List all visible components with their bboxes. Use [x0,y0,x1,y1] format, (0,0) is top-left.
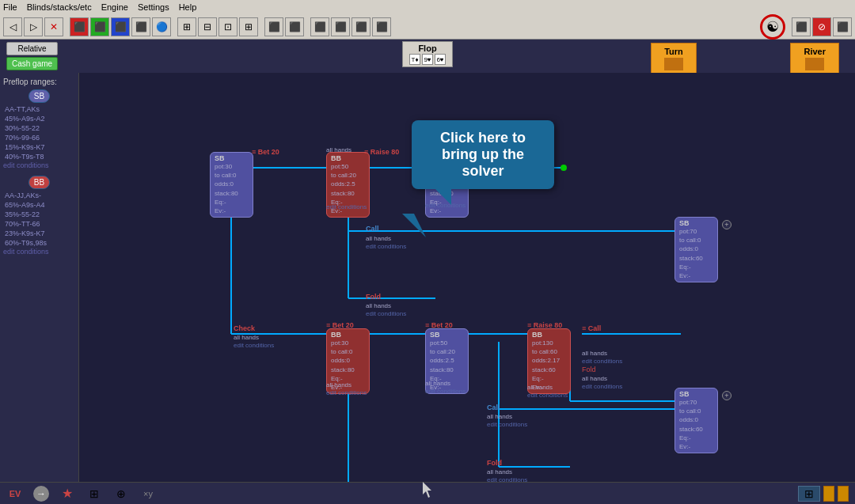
arrow-icon[interactable]: → [33,486,49,502]
view-icon-2[interactable] [823,486,834,502]
menu-engine[interactable]: Engine [101,2,128,12]
sb-range-4[interactable]: 70%-99-66 [3,133,75,142]
action-bet20-1: ≡ Bet 20 [252,148,279,156]
all-hands-call: all hands [366,235,391,242]
svg-marker-23 [423,482,431,498]
all-hands-fold2: all hands [582,375,607,382]
turn-card[interactable] [664,58,683,70]
tb-icon-9[interactable]: ⊞ [239,17,258,36]
xy-icon[interactable]: ×y [139,485,157,502]
edit-cond-fold2[interactable]: edit conditions [582,383,622,390]
tb-icon-7[interactable]: ⊟ [198,17,217,36]
tb-icon-11[interactable]: ⬛ [285,17,304,36]
turn-section[interactable]: Turn [651,43,697,74]
forward-button[interactable]: ▷ [24,17,43,36]
bb-range-3[interactable]: 35%-55-22 [3,210,75,219]
action-raise80-1: ≡ Raise 80 [364,148,399,156]
tb-icon-16[interactable]: ⬛ [792,17,811,36]
turn-title: Turn [664,47,683,56]
action-check-1: Check [234,324,255,332]
edit-cond-1[interactable]: edit conditions [326,203,367,210]
edit-cond-fold[interactable]: edit conditions [366,310,406,317]
bb-button[interactable]: BB [28,176,50,189]
cash-game-button[interactable]: Cash game [6,57,58,70]
solver-button[interactable]: ☯ [760,14,785,40]
star-icon[interactable]: ★ [59,485,76,502]
edit-cond-call[interactable]: edit conditions [366,243,406,250]
node-sb-5[interactable]: SB pot:70to call:0odds:0stack:60Eq:-Ev:- [674,388,718,453]
action-call-1: Call [366,225,379,233]
tb-icon-14[interactable]: ⬛ [352,17,370,36]
expand-sb5[interactable]: + [722,391,732,400]
tooltip-arrow [402,214,434,239]
svg-marker-22 [402,214,426,237]
tb-icon-10[interactable]: ⬛ [264,17,283,36]
menu-file[interactable]: File [3,2,17,12]
river-card[interactable] [805,58,824,70]
river-section[interactable]: River [790,43,839,74]
action-fold-sub: Fold [487,459,502,467]
action-fold-1: Fold [366,293,381,301]
bb-range-5[interactable]: 23%-K9s-K7 [3,229,75,238]
all-hands-callsub: all hands [487,413,512,420]
bb-range-1[interactable]: AA-JJ,AKs- [3,191,75,200]
main-area: Preflop ranges: SB AA-TT,AKs 45%-A9s-A2 … [0,73,855,482]
grid-icon[interactable]: ⊞ [86,485,103,502]
bb-range-6[interactable]: 60%-T9s,98s [3,238,75,248]
edit-cond-bb3[interactable]: edit conditions [527,392,568,399]
tb-icon-17[interactable]: ⊘ [812,17,831,36]
edit-cond-bb2[interactable]: edit conditions [326,389,367,396]
node-sb-1[interactable]: SB pot:30to call:0odds:0stack:80Eq:-Ev:- [210,152,253,218]
sb-range-3[interactable]: 30%-55-22 [3,123,75,133]
view-icon-3[interactable] [838,486,849,502]
flop-card-1[interactable]: T♦ [409,54,420,65]
all-hands-foldsub: all hands [487,468,512,476]
all-hands-bb2: all hands [326,381,352,388]
sb-range-6[interactable]: 40%-T9s-T8 [3,152,75,161]
bb-edit-cond[interactable]: edit conditions [3,248,75,256]
tb-icon-6[interactable]: ⊞ [177,17,196,36]
tb-icon-15[interactable]: ⬛ [372,17,391,36]
flop-card-2[interactable]: 9♥ [422,54,433,65]
tb-icon-4[interactable]: ⬛ [131,17,150,36]
tb-icon-13[interactable]: ⬛ [331,17,350,36]
flop-card-3[interactable]: 6♥ [435,54,446,65]
tb-icon-8[interactable]: ⊡ [218,17,238,36]
edit-cond-sb4[interactable]: edit conditions [425,388,466,395]
ev-icon[interactable]: EV [6,485,24,502]
edit-cond-foldsub[interactable]: edit conditions [487,476,527,482]
tb-icon-2[interactable]: ⬛ [90,17,109,36]
node-sb-3[interactable]: SB pot:70to call:0odds:0stack:60Eq:-Ev:- [674,217,718,282]
sb-button[interactable]: SB [28,89,50,103]
tb-icon-1[interactable]: ⬛ [70,17,89,36]
back-button[interactable]: ◁ [3,17,22,36]
sb-range-5[interactable]: 15%-K9s-K7 [3,142,75,152]
bb-range-4[interactable]: 70%-TT-66 [3,219,75,229]
menu-blinds[interactable]: Blinds/stacks/etc [27,2,92,12]
bb-range-2[interactable]: 65%-A9s-A4 [3,200,75,210]
menubar: File Blinds/stacks/etc Engine Settings H… [0,0,855,14]
sb-edit-cond[interactable]: edit conditions [3,161,75,169]
edit-cond-check[interactable]: edit conditions [234,342,274,349]
menu-settings[interactable]: Settings [138,2,169,12]
relative-button[interactable]: Relative [6,42,58,55]
tooltip-bubble[interactable]: Click here to bring up the solver [412,120,554,189]
tb-icon-3[interactable]: ⬛ [111,17,130,36]
tb-icon-12[interactable]: ⬛ [310,17,329,36]
view-icon-1[interactable]: ⊞ [798,486,820,502]
sb-range-1[interactable]: AA-TT,AKs [3,104,75,114]
add-icon[interactable]: ⊕ [112,485,130,502]
edit-cond-callsub[interactable]: edit conditions [487,421,527,428]
svg-point-3 [560,165,567,171]
preflop-title: Preflop ranges: [3,78,75,86]
tb-icon-18[interactable]: ⬛ [833,17,852,36]
menu-help[interactable]: Help [179,2,197,12]
sb-range-2[interactable]: 45%-A9s-A2 [3,114,75,123]
all-hands-1: all hands [326,146,352,153]
tb-icon-5[interactable]: 🔵 [152,17,171,36]
close-button[interactable]: ✕ [44,17,63,36]
river-title: River [804,47,826,56]
all-hands-fold: all hands [366,302,391,309]
edit-cond-call2[interactable]: edit conditions [582,358,622,365]
expand-sb3[interactable]: + [722,220,732,229]
